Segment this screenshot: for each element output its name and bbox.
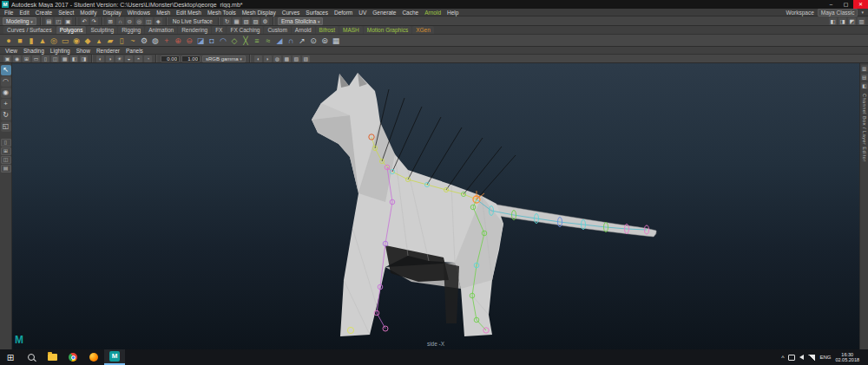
menu-edit-mesh[interactable]: Edit Mesh xyxy=(176,10,201,16)
hidden-icons-chevron[interactable]: ^ xyxy=(781,355,784,361)
channel-box-vertical-tab[interactable]: Channel Box / Layer Editor xyxy=(862,94,867,162)
menu-windows[interactable]: Windows xyxy=(128,10,150,16)
panel-menu-show[interactable]: Show xyxy=(76,48,90,54)
snap-to-point-icon[interactable]: ⊙ xyxy=(126,17,134,25)
poly-pipe-icon[interactable]: ▯ xyxy=(116,36,127,46)
wireframe-on-shaded-icon[interactable]: ◍ xyxy=(273,55,281,62)
poly-disc-icon[interactable]: ◉ xyxy=(71,36,82,46)
insert-edge-loop-icon[interactable]: ≡ xyxy=(252,36,262,46)
scale-tool-icon[interactable]: ◱ xyxy=(1,121,11,132)
menu-display[interactable]: Display xyxy=(102,10,121,16)
snap-view-plane-icon[interactable]: ◫ xyxy=(145,17,153,25)
multi-cut-icon[interactable]: ╳ xyxy=(240,36,251,46)
motion-blur-icon[interactable]: ◔ xyxy=(144,55,152,62)
view-transform-dropdown[interactable]: sRGB gamma ▾ xyxy=(202,55,246,62)
extract-icon[interactable]: ◪ xyxy=(195,36,206,46)
poly-soccer-ball-icon[interactable]: ◍ xyxy=(150,36,161,46)
tool-settings-icon[interactable]: ◩ xyxy=(848,17,856,25)
shelf-tab-custom[interactable]: Custom xyxy=(264,26,290,34)
panel-menu-lighting[interactable]: Lighting xyxy=(50,48,70,54)
bridge-icon[interactable]: ∩ xyxy=(286,36,296,46)
display-layers-icon[interactable]: ◧ xyxy=(861,82,868,89)
bevel-icon[interactable]: ◢ xyxy=(274,36,285,46)
start-button[interactable]: ⊞ xyxy=(0,349,21,365)
undo-icon[interactable]: ↶ xyxy=(81,17,89,25)
menu-select[interactable]: Select xyxy=(58,10,74,16)
minimize-button[interactable]: – xyxy=(824,0,838,9)
construction-history-icon[interactable]: ↻ xyxy=(223,17,231,25)
divider[interactable] xyxy=(218,17,220,25)
poly-prism-icon[interactable]: ▰ xyxy=(105,36,115,46)
live-surface-label[interactable]: No Live Surface xyxy=(171,18,214,24)
frame-selection-icon[interactable]: ◑ xyxy=(106,55,114,62)
network-icon[interactable] xyxy=(808,355,815,361)
file-explorer-button[interactable] xyxy=(42,349,62,365)
screen-space-ao-icon[interactable]: ▧ xyxy=(293,55,300,62)
smooth-icon[interactable]: ◠ xyxy=(218,36,228,46)
poly-gear-icon[interactable]: ⚙ xyxy=(139,36,149,46)
snap-projected-center-icon[interactable]: ◎ xyxy=(135,17,143,25)
divider[interactable] xyxy=(76,17,77,25)
menu-generate[interactable]: Generate xyxy=(372,10,396,16)
menu-mesh-display[interactable]: Mesh Display xyxy=(242,10,276,16)
shelf-tab-rigging[interactable]: Rigging xyxy=(118,26,144,34)
layout-persp-outliner-button[interactable]: ◫ xyxy=(1,156,11,164)
offset-edge-loop-icon[interactable]: ≈ xyxy=(263,36,273,46)
layer-editor-tab-icon[interactable]: ▤ xyxy=(861,74,868,81)
safe-action-icon[interactable]: ◧ xyxy=(70,55,78,62)
modeling-toolkit-icon[interactable]: ◧ xyxy=(829,17,837,25)
anti-aliasing-icon[interactable]: ▨ xyxy=(302,55,310,62)
channel-box-tab-icon[interactable]: ▥ xyxy=(861,65,868,72)
render-settings-icon[interactable]: ⚙ xyxy=(261,17,269,25)
sculpt-tool-icon[interactable]: + xyxy=(161,36,172,46)
target-weld-icon[interactable]: ⊚ xyxy=(319,36,330,46)
file-open-icon[interactable]: ◰ xyxy=(55,17,62,25)
shelf-tab-mash[interactable]: MASH xyxy=(339,26,363,34)
separate-icon[interactable]: ⊖ xyxy=(184,36,194,46)
channel-box-icon[interactable]: ▥ xyxy=(858,17,865,25)
menu-cache[interactable]: Cache xyxy=(402,10,418,16)
shelf-tab-animation[interactable]: Animation xyxy=(145,26,177,34)
file-new-icon[interactable]: ▤ xyxy=(45,17,53,25)
select-tool-icon[interactable]: ↖ xyxy=(1,65,11,75)
workspace-value[interactable]: Maya Classic xyxy=(818,9,858,16)
grid-icon[interactable]: ⊞ xyxy=(23,55,30,62)
append-polygon-icon[interactable]: ◇ xyxy=(229,36,240,46)
divider[interactable] xyxy=(273,17,274,25)
snap-to-grid-icon[interactable]: ⊞ xyxy=(107,17,115,25)
shelf-tab-xgen[interactable]: XGen xyxy=(412,26,434,34)
select-camera-icon[interactable]: ▣ xyxy=(3,55,11,62)
maximize-button[interactable]: ▢ xyxy=(838,0,853,9)
open-render-view-icon[interactable]: ▦ xyxy=(233,17,240,25)
attribute-editor-icon[interactable]: ◨ xyxy=(838,17,846,25)
move-tool-icon[interactable]: + xyxy=(1,99,11,109)
gate-mask-icon[interactable]: ◫ xyxy=(51,55,59,62)
menu-surfaces[interactable]: Surfaces xyxy=(306,10,328,16)
poly-cone-icon[interactable]: ▲ xyxy=(37,36,48,46)
taskbar-search-button[interactable] xyxy=(21,349,42,365)
viewport[interactable]: M side -X xyxy=(12,63,859,349)
isolate-select-icon[interactable]: ◖ xyxy=(254,55,262,62)
shelf-tab-fx[interactable]: FX xyxy=(212,26,226,34)
panel-menu-panels[interactable]: Panels xyxy=(126,48,143,54)
shadows-icon[interactable]: ◒ xyxy=(125,55,133,62)
rotate-tool-icon[interactable]: ↻ xyxy=(1,110,11,121)
gamma-field[interactable] xyxy=(181,55,201,62)
divider[interactable] xyxy=(40,17,42,25)
safe-title-icon[interactable]: ◨ xyxy=(80,55,88,62)
language-indicator[interactable]: ENG xyxy=(819,355,831,360)
layout-single-pane-button[interactable]: ▯ xyxy=(1,139,11,147)
shelf-tab-polygons[interactable]: Polygons xyxy=(56,26,87,34)
menu-create[interactable]: Create xyxy=(36,10,53,16)
exposure-field[interactable] xyxy=(161,55,180,62)
poly-torus-icon[interactable]: ◎ xyxy=(49,36,59,46)
menu-modify[interactable]: Modify xyxy=(80,10,96,16)
combine-icon[interactable]: ⊕ xyxy=(173,36,183,46)
ipr-render-icon[interactable]: ▨ xyxy=(252,17,260,25)
menu-mesh[interactable]: Mesh xyxy=(156,10,170,16)
volume-icon[interactable] xyxy=(799,355,804,360)
shelf-tab-bifrost[interactable]: Bifrost xyxy=(316,26,339,34)
xray-icon[interactable]: ◗ xyxy=(264,55,272,62)
shelf-tab-arnold[interactable]: Arnold xyxy=(292,26,315,34)
panel-menu-view[interactable]: View xyxy=(5,48,17,54)
